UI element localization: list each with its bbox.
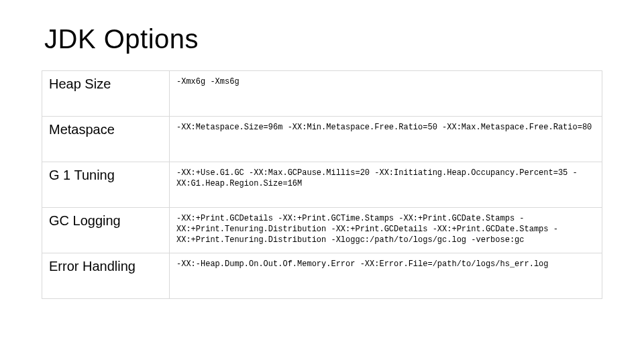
- row-value: -XX:-Heap.Dump.On.Out.Of.Memory.Error -X…: [170, 253, 602, 299]
- table-row: G 1 Tuning -XX:+Use.G1.GC -XX:Max.GCPaus…: [42, 162, 602, 208]
- row-value: -XX:Metaspace.Size=96m -XX:Min.Metaspace…: [170, 117, 602, 162]
- row-label: GC Logging: [42, 208, 170, 253]
- row-label: G 1 Tuning: [42, 162, 170, 208]
- table-row: GC Logging -XX:+Print.GCDetails -XX:+Pri…: [42, 208, 602, 253]
- options-table: Heap Size -Xmx6g -Xms6g Metaspace -XX:Me…: [42, 70, 602, 299]
- row-value: -XX:+Use.G1.GC -XX:Max.GCPause.Millis=20…: [170, 162, 602, 208]
- table-row: Metaspace -XX:Metaspace.Size=96m -XX:Min…: [42, 117, 602, 162]
- table-row: Heap Size -Xmx6g -Xms6g: [42, 71, 602, 117]
- page-title: JDK Options: [44, 24, 602, 54]
- row-label: Error Handling: [42, 253, 170, 299]
- row-value: -Xmx6g -Xms6g: [170, 71, 602, 117]
- row-value: -XX:+Print.GCDetails -XX:+Print.GCTime.S…: [170, 208, 602, 253]
- row-label: Heap Size: [42, 71, 170, 117]
- slide: JDK Options Heap Size -Xmx6g -Xms6g Meta…: [0, 0, 644, 299]
- table-row: Error Handling -XX:-Heap.Dump.On.Out.Of.…: [42, 253, 602, 299]
- row-label: Metaspace: [42, 117, 170, 162]
